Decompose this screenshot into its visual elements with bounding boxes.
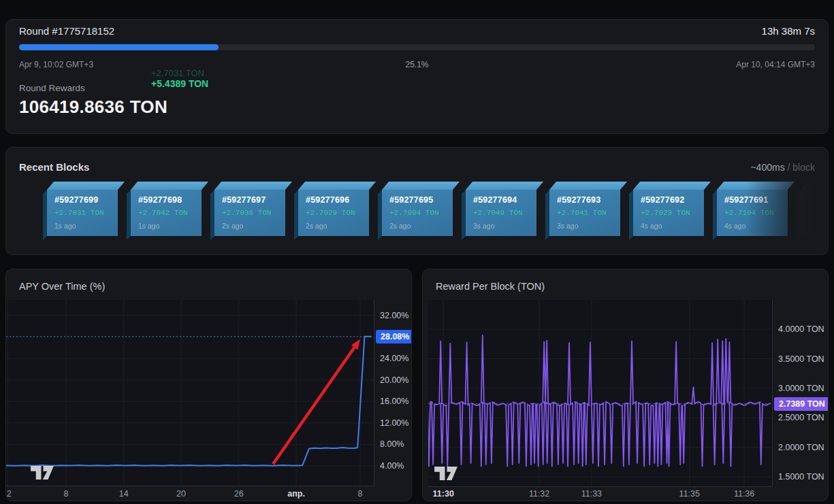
staking-dashboard: Round #1775718152 13h 38m 7s Apr 9, 10:0… xyxy=(0,0,834,504)
trend-arrow-annotation xyxy=(273,343,357,464)
reward-float-latest: +5.4389 TON xyxy=(151,78,208,89)
y-axis-label: 3.5000 TON xyxy=(778,354,824,364)
block-card[interactable]: #59277697+2.7036 TON2s ago xyxy=(210,182,285,236)
x-axis-label: 11:33 xyxy=(581,489,602,499)
round-end-time: Apr 10, 04:14 GMT+3 xyxy=(736,60,815,69)
round-rewards-total: 106419.8636 TON xyxy=(19,97,167,118)
round-progress-percent: 25.1% xyxy=(6,60,828,69)
block-number: #59277695 xyxy=(389,195,433,205)
x-axis-label: 14 xyxy=(119,489,129,499)
block-age: 1s ago xyxy=(138,222,160,230)
block-card[interactable]: #59277691+2.7104 TON4s ago xyxy=(713,182,788,236)
block-top-face xyxy=(549,182,627,190)
reward-chart[interactable] xyxy=(428,300,772,486)
block-reward: +2.7029 TON xyxy=(306,209,355,217)
block-top-face xyxy=(298,182,376,190)
block-number: #59277699 xyxy=(54,195,98,205)
block-number: #59277692 xyxy=(641,195,684,205)
block-card[interactable]: #59277696+2.7029 TON2s ago xyxy=(294,182,369,236)
tradingview-logo-icon[interactable] xyxy=(434,467,458,480)
x-axis-label: апр. xyxy=(287,489,305,499)
block-card[interactable]: #59277693+2.7041 TON3s ago xyxy=(545,182,620,236)
block-top-face xyxy=(633,182,711,190)
block-reward: +2.7036 TON xyxy=(222,209,272,217)
block-rate-value: ~400ms xyxy=(750,162,784,173)
reward-series-line xyxy=(428,335,771,467)
reward-chart-card: Reward Per Block (TON) 1.5000 TON2.0000 … xyxy=(422,269,829,501)
block-number: #59277694 xyxy=(473,195,517,205)
reward-chart-title: Reward Per Block (TON) xyxy=(436,281,545,292)
y-axis-label: 4.00% xyxy=(380,461,404,471)
y-axis-label: 12.00% xyxy=(380,418,408,428)
y-axis-label: 3.0000 TON xyxy=(778,384,824,393)
block-top-face xyxy=(382,182,460,190)
block-age: 4s ago xyxy=(641,222,662,230)
apy-chart-card: APY Over Time (%) 4.00%8.00%12.00%16.00%… xyxy=(5,269,412,501)
block-rate-suffix: / block xyxy=(788,162,815,173)
block-reward: +2.7049 TON xyxy=(473,209,523,217)
block-card[interactable]: #59277694+2.7049 TON3s ago xyxy=(462,182,536,236)
block-reward: +2.7042 TON xyxy=(138,209,188,217)
y-axis-label: 1.5000 TON xyxy=(778,472,824,482)
block-card[interactable]: #59277699+2.7031 TON1s ago xyxy=(43,182,118,236)
x-axis-label: 20 xyxy=(176,489,186,499)
block-card[interactable]: #59277698+2.7042 TON1s ago xyxy=(127,182,202,236)
block-front-face: #59277693+2.7041 TON3s ago xyxy=(549,190,620,236)
block-top-face xyxy=(801,182,827,190)
apy-x-axis[interactable]: 28142026апр.8 xyxy=(6,486,411,501)
y-axis-label: 32.00% xyxy=(380,311,408,320)
block-age: 3s ago xyxy=(473,222,495,230)
block-rate: ~400ms / block xyxy=(750,162,815,173)
block-number: #59277696 xyxy=(306,195,349,205)
block-reward: +2.7041 TON xyxy=(557,209,607,217)
tradingview-logo-icon[interactable] xyxy=(31,466,54,480)
apy-y-axis[interactable]: 4.00%8.00%12.00%16.00%20.00%24.00%32.00%… xyxy=(375,300,411,486)
y-axis-label: 8.00% xyxy=(380,439,404,449)
reward-y-axis[interactable]: 1.5000 TON2.0000 TON2.5000 TON3.0000 TON… xyxy=(773,300,828,486)
recent-blocks-panel: Recent Blocks ~400ms / block #59277699+2… xyxy=(5,147,829,255)
reward-x-axis[interactable]: 11:3011:3211:3311:3511:36 xyxy=(423,486,828,501)
block-front-face: #59277691+2.7104 TON4s ago xyxy=(717,190,788,236)
block-age: 2s ago xyxy=(306,222,327,230)
block-top-face xyxy=(717,182,795,190)
x-axis-label: 26 xyxy=(234,489,244,499)
y-axis-label: 24.00% xyxy=(380,354,408,363)
block-age: 2s ago xyxy=(222,222,244,230)
block-number: #59277691 xyxy=(724,195,768,205)
block-age: 3s ago xyxy=(557,222,579,230)
block-number: #59277698 xyxy=(138,195,182,205)
block-front-face: #59277698+2.7042 TON1s ago xyxy=(131,190,202,236)
block-age: 4s ago xyxy=(724,222,746,230)
apy-plot-area[interactable] xyxy=(6,300,374,486)
block-card[interactable]: #59277690 xyxy=(797,182,827,236)
block-age: 1s ago xyxy=(54,222,76,230)
round-progress-fill xyxy=(19,44,219,50)
current-value-badge: 28.08% xyxy=(376,330,412,343)
block-front-face: #59277695+2.7094 TON2s ago xyxy=(382,190,453,236)
round-rewards-label: Round Rewards xyxy=(19,83,85,93)
x-axis-label: 11:36 xyxy=(734,489,754,499)
recent-blocks-title: Recent Blocks xyxy=(19,161,89,173)
block-reward: +2.7104 TON xyxy=(724,209,774,217)
current-value-badge: 2.7389 TON xyxy=(774,397,829,411)
block-front-face: #59277699+2.7031 TON1s ago xyxy=(47,190,118,236)
block-top-face xyxy=(214,182,292,190)
block-card[interactable]: #59277692+2.7023 TON4s ago xyxy=(629,182,704,236)
block-age: 2s ago xyxy=(389,222,411,230)
round-time-remaining: 13h 38m 7s xyxy=(762,25,815,37)
block-card[interactable]: #59277695+2.7094 TON2s ago xyxy=(378,182,453,236)
block-top-face xyxy=(466,182,543,190)
apy-chart[interactable] xyxy=(6,300,374,486)
x-axis-label: 11:32 xyxy=(529,489,549,499)
block-reward: +2.7031 TON xyxy=(54,209,104,217)
reward-plot-area[interactable] xyxy=(428,300,773,487)
block-number: #59277693 xyxy=(557,195,600,205)
block-front-face: #59277690 xyxy=(801,190,827,236)
block-front-face: #59277692+2.7023 TON4s ago xyxy=(633,190,704,236)
y-axis-label: 16.00% xyxy=(380,397,408,406)
y-axis-label: 2.5000 TON xyxy=(778,413,824,422)
block-top-face xyxy=(131,182,208,190)
round-progress-bar xyxy=(19,44,815,50)
reward-float-previous: +2.7031 TON xyxy=(151,68,204,78)
y-axis-label: 4.0000 TON xyxy=(778,324,824,334)
